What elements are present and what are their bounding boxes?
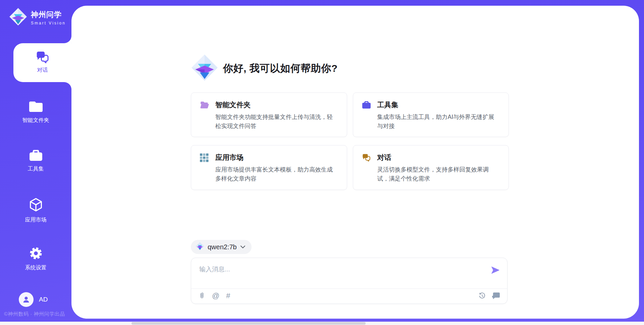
send-icon[interactable] (491, 266, 500, 274)
app-title: 神州问学 (31, 10, 62, 19)
sidebar-item-label: 智能文件夹 (0, 117, 71, 124)
model-name: qwen2:7b (208, 243, 237, 251)
avatar (19, 292, 34, 307)
sidebar-item-chat[interactable]: 对话 (13, 43, 71, 82)
hash-icon[interactable]: # (226, 292, 230, 300)
at-icon[interactable]: @ (212, 292, 219, 300)
sidebar-item-app-market[interactable]: 应用市场 (0, 197, 71, 223)
horizontal-scrollbar (0, 322, 644, 325)
briefcase-icon (362, 100, 371, 131)
sidebar-item-settings[interactable]: 系统设置 (0, 246, 71, 271)
message-composer: @ # (191, 258, 507, 304)
user-profile[interactable]: AD (19, 292, 48, 307)
grid-icon (200, 153, 209, 183)
sidebar-item-toolset[interactable]: 工具集 (0, 149, 71, 173)
card-description: 智能文件夹功能支持批量文件上传与清洗，轻松实现文件问答 (215, 113, 338, 131)
model-selector[interactable]: qwen2:7b (191, 240, 252, 254)
app-subtitle: Smart Vision (31, 21, 66, 25)
card-app-market[interactable]: 应用市场 应用市场提供丰富长文本模板，助力高效生成多样化文章内容 (191, 145, 347, 190)
card-title: 对话 (377, 153, 500, 162)
user-initials: AD (39, 296, 48, 303)
folder-open-icon (200, 100, 209, 131)
cube-icon (28, 197, 44, 214)
card-description: 灵活切换多模型文件，支持多样回复效果调试，满足个性化需求 (377, 165, 500, 183)
gear-icon (29, 246, 43, 262)
sidebar-item-smart-folder[interactable]: 智能文件夹 (0, 101, 71, 124)
feature-cards: 智能文件夹 智能文件夹功能支持批量文件上传与清洗，轻松实现文件问答 工具集 集成… (191, 92, 509, 190)
card-title: 应用市场 (215, 153, 338, 162)
model-diamond-logo-icon (196, 242, 204, 252)
horizontal-scrollbar-thumb[interactable] (131, 322, 366, 325)
brand-diamond-logo-icon (9, 7, 28, 27)
card-toolset[interactable]: 工具集 集成市场上主流工具，助力AI与外界无缝扩展与对接 (353, 92, 509, 137)
chat-bubbles-icon (36, 51, 50, 65)
chat-bubbles-icon (362, 153, 371, 183)
card-description: 应用市场提供丰富长文本模板，助力高效生成多样化文章内容 (215, 165, 338, 183)
sidebar-item-label: 系统设置 (0, 264, 71, 271)
composer-toolbar: @ # (191, 288, 507, 304)
paperclip-icon[interactable] (199, 291, 205, 300)
card-description: 集成市场上主流工具，助力AI与外界无缝扩展与对接 (377, 113, 500, 131)
card-title: 智能文件夹 (215, 100, 338, 110)
copyright-text: ©神州数码 · 神州问学出品 (4, 311, 71, 317)
briefcase-icon (29, 149, 43, 163)
card-chat[interactable]: 对话 灵活切换多模型文件，支持多样回复效果调试，满足个性化需求 (353, 145, 509, 190)
greeting-row: 你好, 我可以如何帮助你? (191, 54, 338, 83)
history-icon[interactable] (478, 292, 486, 300)
card-title: 工具集 (377, 100, 500, 110)
sidebar-item-label: 应用市场 (0, 216, 71, 223)
message-input[interactable] (199, 263, 484, 276)
sidebar: 神州问学 Smart Vision 对话 智能文件夹 (0, 0, 71, 322)
chevron-down-icon (240, 244, 246, 250)
folder-icon (29, 101, 43, 114)
sidebar-item-label: 对话 (13, 67, 71, 74)
sidebar-item-label: 工具集 (0, 166, 71, 173)
main-panel: 你好, 我可以如何帮助你? 智能文件夹 智能文件夹功能支持批量文件上传与清洗，轻… (71, 6, 639, 319)
main-diamond-logo-icon (191, 54, 218, 83)
greeting-title: 你好, 我可以如何帮助你? (223, 62, 338, 75)
card-smart-folder[interactable]: 智能文件夹 智能文件夹功能支持批量文件上传与清洗，轻松实现文件问答 (191, 92, 347, 137)
comment-icon[interactable] (492, 292, 500, 300)
app-brand: 神州问学 Smart Vision (9, 7, 66, 27)
